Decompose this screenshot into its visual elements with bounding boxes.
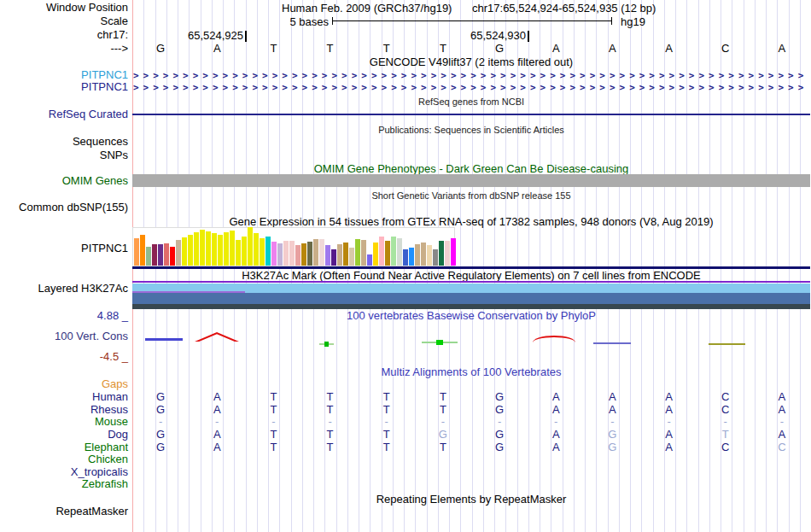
ruler-number-2[interactable]: 65,524,930 — [415, 29, 526, 42]
gtex-bar[interactable] — [421, 243, 426, 266]
gtex-bar[interactable] — [176, 240, 181, 266]
gtex-bar[interactable] — [373, 243, 378, 266]
gtex-bar[interactable] — [349, 248, 354, 266]
alignment-base[interactable]: A — [641, 404, 697, 416]
snps-track-label[interactable]: SNPs — [0, 149, 128, 161]
gtex-bar[interactable] — [445, 241, 450, 266]
base-letter[interactable]: A — [641, 43, 697, 55]
alignment-base[interactable]: - — [584, 416, 640, 428]
gtex-bar[interactable] — [218, 235, 223, 266]
gtex-bar[interactable] — [242, 237, 247, 266]
alignment-base[interactable]: T — [415, 404, 471, 416]
alignment-base[interactable]: - — [697, 416, 754, 428]
ruler-number-1[interactable]: 65,524,925 — [132, 29, 243, 42]
species-label[interactable]: Elephant — [0, 441, 128, 453]
gtex-bar[interactable] — [265, 237, 271, 266]
alignment-base[interactable]: - — [132, 416, 189, 428]
gtex-bar[interactable] — [385, 241, 390, 266]
alignment-base[interactable]: A — [641, 441, 697, 453]
alignment-base[interactable]: - — [528, 416, 584, 428]
alignment-base[interactable]: G — [415, 429, 471, 441]
alignment-base[interactable]: A — [528, 441, 584, 453]
repeatmasker-track-label[interactable]: RepeatMasker — [0, 506, 128, 517]
base-letter[interactable]: A — [528, 43, 584, 55]
alignment-base[interactable]: - — [754, 416, 810, 428]
alignment-base[interactable]: A — [584, 404, 640, 416]
alignment-base[interactable]: - — [415, 416, 471, 428]
gtex-bar[interactable] — [433, 249, 438, 266]
gtex-bar[interactable] — [451, 238, 456, 266]
alignment-base[interactable]: G — [584, 441, 640, 453]
gtex-bar[interactable] — [200, 230, 205, 266]
phylop-feature[interactable] — [709, 343, 745, 345]
gtex-bar[interactable] — [152, 244, 157, 266]
alignment-base[interactable]: T — [359, 391, 415, 403]
gtex-bar[interactable] — [206, 231, 211, 266]
alignment-base[interactable]: A — [754, 391, 810, 403]
alignment-base[interactable]: T — [302, 391, 359, 403]
species-label[interactable]: Rhesus — [0, 404, 128, 416]
gtex-bar[interactable] — [164, 243, 169, 266]
phylop-feature[interactable] — [593, 342, 631, 344]
gtex-bar[interactable] — [355, 239, 360, 266]
gtex-bar[interactable] — [182, 237, 187, 266]
alignment-base[interactable]: T — [302, 429, 359, 441]
alignment-base[interactable]: T — [302, 404, 359, 416]
alignment-base[interactable]: G — [584, 429, 640, 441]
gtex-bar[interactable] — [301, 243, 306, 266]
gtex-bar[interactable] — [397, 238, 402, 266]
transcript-arrows[interactable]: >>>>>>>>>>>>>>>>>>>>>>>>>>>>>>>>>>>>>>>>… — [133, 82, 810, 93]
h3k27ac-purple-line[interactable] — [132, 281, 810, 283]
gtex-gene-label[interactable]: PITPNC1 — [0, 243, 128, 254]
alignment-base[interactable]: G — [132, 404, 189, 416]
omim-track-label[interactable]: OMIM Genes — [0, 175, 128, 187]
base-letter[interactable]: C — [697, 43, 754, 55]
base-letter[interactable]: A — [584, 43, 640, 55]
alignment-base[interactable]: A — [528, 429, 584, 441]
species-label[interactable]: Zebrafish — [0, 478, 128, 490]
alignment-base[interactable]: A — [641, 391, 697, 403]
alignment-base[interactable]: G — [132, 441, 189, 453]
alignment-base[interactable]: A — [528, 404, 584, 416]
alignment-base[interactable]: C — [697, 404, 754, 416]
alignment-base[interactable]: T — [245, 429, 301, 441]
species-label[interactable]: Chicken — [0, 453, 128, 465]
alignment-base[interactable]: - — [245, 416, 301, 428]
gtex-bar[interactable] — [283, 241, 289, 266]
alignment-base[interactable]: A — [189, 441, 245, 453]
gtex-bar[interactable] — [409, 248, 414, 266]
base-letter[interactable]: A — [754, 43, 810, 55]
gencode-item-label[interactable]: PITPNC1 — [0, 69, 128, 81]
gtex-bar[interactable] — [307, 242, 312, 266]
phylop-feature-peak-mark[interactable] — [436, 340, 443, 345]
alignment-base[interactable]: T — [245, 441, 301, 453]
gtex-bar[interactable] — [188, 235, 193, 266]
phylop-feature[interactable] — [533, 336, 575, 342]
gtex-bar[interactable] — [379, 237, 384, 266]
refseq-gene-line[interactable] — [132, 114, 810, 115]
gtex-bar[interactable] — [134, 238, 139, 266]
alignment-base[interactable]: A — [754, 404, 810, 416]
gtex-bar[interactable] — [254, 233, 259, 266]
alignment-base[interactable]: A — [528, 391, 584, 403]
gtex-bar[interactable] — [277, 243, 283, 266]
phylop-feature-peak-mark[interactable] — [324, 342, 329, 347]
transcript-arrows[interactable]: >>>>>>>>>>>>>>>>>>>>>>>>>>>>>>>>>>>>>>>>… — [133, 70, 810, 81]
alignment-base[interactable]: - — [189, 416, 245, 428]
species-label[interactable]: Mouse — [0, 416, 128, 428]
species-label[interactable]: Human — [0, 391, 128, 403]
alignment-base[interactable]: T — [415, 441, 471, 453]
gencode-item-label[interactable]: PITPNC1 — [0, 81, 128, 93]
omim-gene-bar[interactable] — [132, 174, 810, 187]
alignment-base[interactable]: - — [471, 416, 528, 428]
base-letter[interactable]: G — [132, 43, 189, 55]
dbsnp-track-label[interactable]: Common dbSNP(155) — [0, 202, 128, 213]
gtex-bar[interactable] — [325, 245, 330, 266]
base-letter[interactable]: G — [471, 43, 528, 55]
gtex-bar[interactable] — [337, 244, 342, 266]
gtex-bar-chart[interactable] — [132, 227, 455, 266]
alignment-base[interactable]: - — [302, 416, 359, 428]
gtex-bar[interactable] — [391, 237, 396, 266]
alignment-base[interactable]: G — [471, 391, 528, 403]
alignment-base[interactable]: A — [754, 429, 810, 441]
